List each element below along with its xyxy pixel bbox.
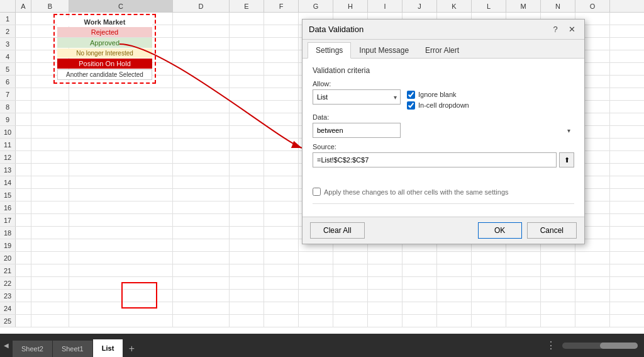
cell-e4[interactable]	[230, 50, 264, 62]
cell-a19[interactable]	[16, 239, 31, 251]
cell-a4[interactable]	[16, 50, 31, 62]
cell-d5[interactable]	[173, 63, 230, 75]
cell-k21[interactable]	[437, 264, 472, 276]
cancel-button[interactable]: Cancel	[527, 222, 577, 239]
cell-e2[interactable]	[230, 25, 264, 37]
cell-g22[interactable]	[299, 277, 333, 289]
cell-b18[interactable]	[31, 227, 69, 239]
cell-h22[interactable]	[333, 277, 368, 289]
cell-a1[interactable]	[16, 13, 31, 25]
cell-l23[interactable]	[472, 290, 506, 302]
col-header-m[interactable]: M	[506, 0, 541, 12]
cell-e3[interactable]	[230, 38, 264, 50]
cell-a11[interactable]	[16, 139, 31, 150]
cell-e13[interactable]	[230, 164, 264, 176]
cell-k22[interactable]	[437, 277, 472, 289]
cell-e25[interactable]	[230, 315, 264, 327]
col-header-a[interactable]: A	[16, 0, 31, 12]
col-header-l[interactable]: L	[472, 0, 506, 12]
cell-o23[interactable]	[575, 290, 610, 302]
cell-e8[interactable]	[230, 101, 264, 113]
tab-error-alert[interactable]: Error Alert	[417, 42, 467, 59]
cell-f23[interactable]	[264, 290, 299, 302]
cell-e20[interactable]	[230, 252, 264, 264]
cell-b15[interactable]	[31, 189, 69, 201]
cell-a7[interactable]	[16, 88, 31, 100]
cell-b24[interactable]	[31, 302, 69, 314]
data-select[interactable]: between not between equal to not equal t…	[313, 123, 401, 138]
cell-c17[interactable]	[69, 214, 173, 226]
cell-g25[interactable]	[299, 315, 333, 327]
cell-o21[interactable]	[575, 264, 610, 276]
cell-k20[interactable]	[437, 252, 472, 264]
cell-e15[interactable]	[230, 189, 264, 201]
allow-select[interactable]: List Any value Whole number Decimal Date…	[313, 89, 401, 105]
cell-a18[interactable]	[16, 227, 31, 239]
in-cell-dropdown-checkbox[interactable]	[407, 101, 415, 110]
ok-button[interactable]: OK	[478, 222, 522, 239]
cell-c22[interactable]	[69, 277, 173, 289]
cell-i24[interactable]	[368, 302, 402, 314]
cell-e1[interactable]	[230, 13, 264, 25]
cell-m21[interactable]	[506, 264, 541, 276]
cell-i23[interactable]	[368, 290, 402, 302]
cell-e11[interactable]	[230, 139, 264, 150]
cell-f9[interactable]	[264, 113, 299, 125]
cell-c20[interactable]	[69, 252, 173, 264]
cell-h25[interactable]	[333, 315, 368, 327]
cell-o24[interactable]	[575, 302, 610, 314]
cell-f21[interactable]	[264, 264, 299, 276]
cell-f10[interactable]	[264, 126, 299, 138]
cell-j23[interactable]	[402, 290, 437, 302]
cell-d19[interactable]	[173, 239, 230, 251]
cell-c13[interactable]	[69, 164, 173, 176]
cell-n20[interactable]	[541, 252, 575, 264]
cell-j24[interactable]	[402, 302, 437, 314]
cell-f13[interactable]	[264, 164, 299, 176]
cell-f22[interactable]	[264, 277, 299, 289]
cell-f14[interactable]	[264, 176, 299, 188]
cell-f7[interactable]	[264, 88, 299, 100]
cell-c25[interactable]	[69, 315, 173, 327]
tab-settings[interactable]: Settings	[308, 42, 351, 59]
cell-o20[interactable]	[575, 252, 610, 264]
cell-n24[interactable]	[541, 302, 575, 314]
cell-k24[interactable]	[437, 302, 472, 314]
cell-m23[interactable]	[506, 290, 541, 302]
source-range-button[interactable]: ⬆	[559, 152, 574, 167]
cell-e18[interactable]	[230, 227, 264, 239]
cell-l24[interactable]	[472, 302, 506, 314]
wm-no-longer-row[interactable]: No longer Interested	[57, 48, 152, 58]
cell-g20[interactable]	[299, 252, 333, 264]
col-header-e[interactable]: E	[230, 0, 264, 12]
col-header-j[interactable]: J	[402, 0, 437, 12]
cell-e17[interactable]	[230, 214, 264, 226]
cell-e5[interactable]	[230, 63, 264, 75]
wm-approved-row[interactable]: Approved	[57, 38, 152, 48]
cell-j20[interactable]	[402, 252, 437, 264]
col-header-k[interactable]: K	[437, 0, 472, 12]
cell-l25[interactable]	[472, 315, 506, 327]
cell-d7[interactable]	[173, 88, 230, 100]
wm-rejected-row[interactable]: Rejected	[57, 27, 152, 37]
cell-c19[interactable]	[69, 239, 173, 251]
source-input[interactable]	[313, 152, 557, 167]
cell-a16[interactable]	[16, 201, 31, 213]
taskbar-menu-dots[interactable]: ⋮	[546, 339, 556, 351]
cell-d11[interactable]	[173, 139, 230, 150]
cell-c15[interactable]	[69, 189, 173, 201]
cell-m22[interactable]	[506, 277, 541, 289]
cell-d20[interactable]	[173, 252, 230, 264]
cell-e23[interactable]	[230, 290, 264, 302]
cell-d6[interactable]	[173, 76, 230, 88]
cell-c8[interactable]	[69, 101, 173, 113]
col-header-i[interactable]: I	[368, 0, 402, 12]
cell-b19[interactable]	[31, 239, 69, 251]
cell-n22[interactable]	[541, 277, 575, 289]
cell-h23[interactable]	[333, 290, 368, 302]
sheet-tab-sheet1[interactable]: Sheet1	[53, 341, 93, 357]
cell-m24[interactable]	[506, 302, 541, 314]
cell-a22[interactable]	[16, 277, 31, 289]
cell-f1[interactable]	[264, 13, 299, 25]
sheet-scroll-bar[interactable]	[562, 343, 638, 349]
